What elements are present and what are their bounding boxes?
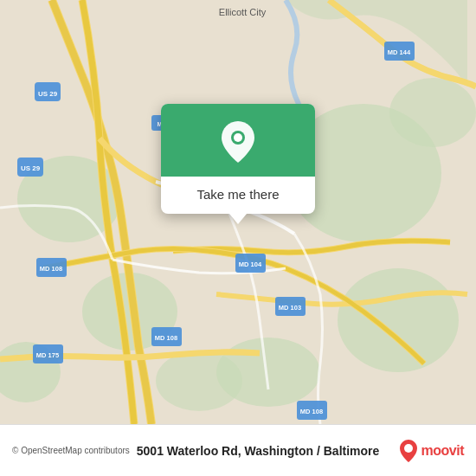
popup-button-area: Take me there [161,177,315,214]
bottom-bar: © OpenStreetMap contributors 5001 Waterl… [0,424,476,476]
svg-text:MD 108: MD 108 [300,408,323,415]
location-pin-icon [219,119,257,164]
popup-card: Take me there [161,104,315,214]
take-me-there-button[interactable]: Take me there [173,185,303,203]
svg-text:MD 144: MD 144 [388,48,411,56]
svg-text:US 29: US 29 [38,90,58,98]
svg-text:MD 108: MD 108 [40,265,62,273]
moovit-logo: moovit [399,439,464,463]
svg-point-32 [404,444,413,453]
moovit-label: moovit [421,443,464,459]
svg-text:US 29: US 29 [21,164,41,172]
popup-header [161,104,315,177]
svg-text:MD 103: MD 103 [279,304,301,312]
svg-point-31 [234,133,242,142]
address-label: 5001 Waterloo Rd, Washington / Baltimore [130,444,399,458]
svg-text:MD 108: MD 108 [155,334,177,342]
svg-point-7 [389,78,476,147]
svg-point-8 [156,351,242,411]
map-container: US 29 US 29 MD 108 MD 108 MD 104 MD 103 … [0,0,476,424]
svg-point-3 [338,268,459,372]
svg-text:MD 175: MD 175 [36,351,59,359]
moovit-pin-icon [399,439,418,463]
svg-text:MD 104: MD 104 [239,261,262,268]
svg-text:Ellicott City: Ellicott City [219,7,267,17]
popup-arrow [229,214,247,224]
map-attribution: © OpenStreetMap contributors [12,446,130,455]
